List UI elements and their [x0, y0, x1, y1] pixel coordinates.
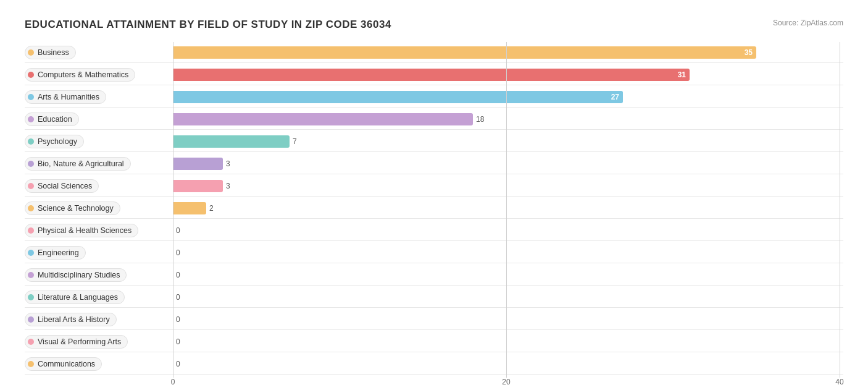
- bar-label-text: Social Sciences: [38, 182, 92, 190]
- bar-value-outside: 0: [176, 248, 180, 257]
- bar-label-7: Science & Technology: [25, 201, 173, 215]
- bar-label-11: Literature & Languages: [25, 290, 173, 304]
- bar-label-6: Social Sciences: [25, 179, 173, 193]
- bar-label-text: Arts & Humanities: [38, 93, 99, 101]
- table-row: Visual & Performing Arts0: [25, 331, 843, 352]
- x-tick: 0: [171, 378, 175, 386]
- bar-track: 7: [173, 131, 843, 151]
- bar-value-outside: 0: [176, 226, 180, 235]
- table-row: Literature & Languages0: [25, 287, 843, 308]
- label-dot-icon: [28, 49, 34, 56]
- chart-source: Source: ZipAtlas.com: [773, 19, 843, 27]
- bar-track: 18: [173, 109, 843, 129]
- bar-label-1: Computers & Mathematics: [25, 68, 173, 82]
- bar-value-inside: 35: [745, 48, 753, 57]
- bar-value-outside: 0: [176, 337, 180, 346]
- bar-fill: 31: [173, 69, 690, 81]
- label-dot-icon: [28, 72, 34, 78]
- table-row: Liberal Arts & History0: [25, 309, 843, 330]
- bar-track: 0: [173, 309, 843, 329]
- bar-label-10: Multidisciplinary Studies: [25, 268, 173, 282]
- table-row: Engineering0: [25, 242, 843, 263]
- label-dot-icon: [28, 250, 34, 256]
- label-dot-icon: [28, 227, 34, 234]
- label-dot-icon: [28, 294, 34, 300]
- bar-label-text: Business: [38, 48, 69, 57]
- bar-value-inside: 27: [611, 93, 619, 101]
- bar-label-text: Psychology: [38, 137, 77, 146]
- x-tick: 20: [502, 378, 510, 386]
- bar-label-text: Computers & Mathematics: [38, 70, 128, 79]
- label-dot-icon: [28, 161, 34, 167]
- bar-fill: [173, 113, 473, 125]
- bar-value-outside: 3: [226, 182, 230, 190]
- bar-value-outside: 7: [293, 137, 297, 146]
- bar-label-5: Bio, Nature & Agricultural: [25, 157, 173, 171]
- bar-value-outside: 0: [176, 315, 180, 324]
- bar-track: 0: [173, 354, 843, 374]
- x-tick: 40: [835, 378, 843, 386]
- bar-track: 0: [173, 265, 843, 285]
- label-dot-icon: [28, 316, 34, 323]
- table-row: Communications0: [25, 354, 843, 375]
- bar-label-4: Psychology: [25, 135, 173, 148]
- label-dot-icon: [28, 183, 34, 189]
- bar-value-inside: 31: [678, 70, 686, 79]
- bar-track: 0: [173, 242, 843, 263]
- bar-track: 0: [173, 287, 843, 307]
- bar-label-9: Engineering: [25, 246, 173, 260]
- table-row: Science & Technology2: [25, 198, 843, 219]
- label-dot-icon: [28, 361, 34, 367]
- bar-label-text: Physical & Health Sciences: [38, 226, 131, 235]
- table-row: Bio, Nature & Agricultural3: [25, 153, 843, 174]
- table-row: Business35: [25, 42, 843, 63]
- bar-value-outside: 0: [176, 271, 180, 279]
- bar-label-3: Education: [25, 112, 173, 126]
- table-row: Social Sciences3: [25, 176, 843, 197]
- label-dot-icon: [28, 94, 34, 100]
- bar-label-text: Education: [38, 115, 72, 124]
- label-dot-icon: [28, 205, 34, 211]
- bar-label-text: Liberal Arts & History: [38, 315, 110, 324]
- table-row: Psychology7: [25, 131, 843, 152]
- label-dot-icon: [28, 116, 34, 122]
- label-dot-icon: [28, 339, 34, 345]
- bar-label-8: Physical & Health Sciences: [25, 224, 173, 237]
- bar-fill: [173, 158, 223, 170]
- x-axis: 02040: [173, 378, 843, 390]
- table-row: Computers & Mathematics31: [25, 64, 843, 85]
- bar-track: 3: [173, 176, 843, 196]
- chart-container: EDUCATIONAL ATTAINMENT BY FIELD OF STUDY…: [12, 12, 856, 390]
- bar-label-text: Science & Technology: [38, 204, 114, 213]
- bar-track: 0: [173, 331, 843, 352]
- bar-value-outside: 3: [226, 159, 230, 168]
- bar-label-0: Business: [25, 46, 173, 59]
- bar-fill: 27: [173, 91, 623, 103]
- bar-label-13: Visual & Performing Arts: [25, 335, 173, 349]
- bar-label-text: Multidisciplinary Studies: [38, 271, 120, 279]
- chart-header: EDUCATIONAL ATTAINMENT BY FIELD OF STUDY…: [25, 19, 843, 31]
- bar-track: 35: [173, 42, 843, 62]
- bar-label-text: Visual & Performing Arts: [38, 337, 121, 346]
- table-row: Physical & Health Sciences0: [25, 220, 843, 241]
- bar-value-outside: 2: [209, 204, 214, 213]
- table-row: Arts & Humanities27: [25, 87, 843, 108]
- bar-track: 2: [173, 198, 843, 218]
- bar-label-text: Bio, Nature & Agricultural: [38, 159, 124, 168]
- bar-label-text: Engineering: [38, 248, 79, 257]
- bar-value-outside: 18: [476, 115, 484, 124]
- label-dot-icon: [28, 272, 34, 278]
- chart-title: EDUCATIONAL ATTAINMENT BY FIELD OF STUDY…: [25, 19, 391, 31]
- bar-label-14: Communications: [25, 357, 173, 371]
- bar-fill: [173, 180, 223, 192]
- bar-track: 27: [173, 87, 843, 107]
- bar-fill: [173, 135, 290, 148]
- bar-value-outside: 0: [176, 293, 180, 302]
- label-dot-icon: [28, 138, 34, 145]
- bar-value-outside: 0: [176, 360, 180, 368]
- table-row: Education18: [25, 109, 843, 130]
- bar-fill: 35: [173, 46, 756, 59]
- bar-track: 0: [173, 220, 843, 240]
- bar-label-text: Communications: [38, 360, 95, 368]
- bar-label-12: Liberal Arts & History: [25, 313, 173, 326]
